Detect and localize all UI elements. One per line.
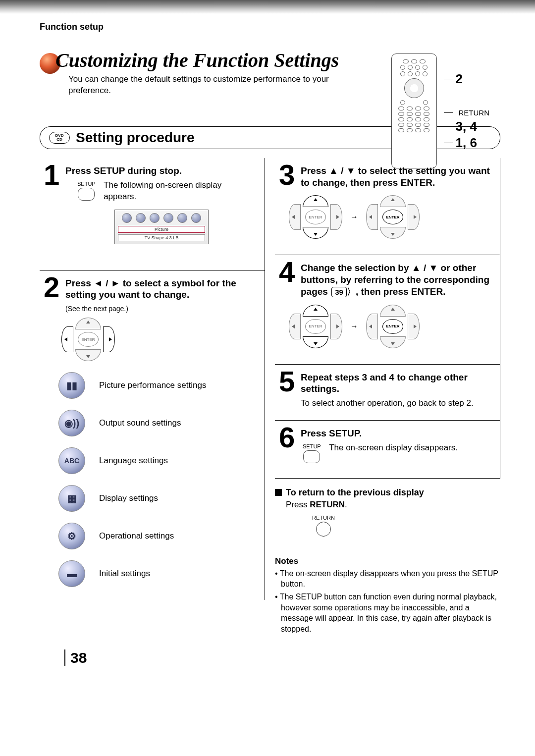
arrow-right-icon: → <box>350 322 358 331</box>
return-section: To return to the previous display Press … <box>275 487 500 537</box>
osd-icon <box>150 213 160 223</box>
callout-2: 2 <box>456 71 463 87</box>
step-3-box: 3 Press ▲ / ▼ to select the setting you … <box>275 158 500 256</box>
display-icon: ▦ <box>58 485 85 512</box>
step-2-heading: Press ◄ / ► to select a symbol for the s… <box>65 277 258 301</box>
setup-label: SETUP <box>77 181 96 187</box>
disc-badge-icon: DVD CD <box>49 132 70 144</box>
initial-icon: ▬ <box>58 560 85 587</box>
dpad-enter-label: ENTER <box>305 210 326 224</box>
step-4-box: 4 Change the selection by ▲ / ▼ or other… <box>275 255 500 364</box>
category-list: ▮▮ Picture performance settings ◉)) Outp… <box>58 372 258 587</box>
callout-34: 3, 4 <box>456 119 477 134</box>
page: Function setup Customizing the Function … <box>0 14 535 681</box>
page-ref: 39 <box>331 287 347 298</box>
step-1-box: 1 Press SETUP during stop. SETUP The fol… <box>40 158 265 270</box>
step-2-box: 2 Press ◄ / ► to select a symbol for the… <box>40 270 265 600</box>
return-body: Press RETURN. <box>286 500 500 510</box>
step-1-heading: Press SETUP during stop. <box>65 165 258 177</box>
picture-icon: ▮▮ <box>58 372 85 399</box>
category-label: Operational settings <box>99 531 174 541</box>
step-6-number: 6 <box>279 425 297 450</box>
osd-icon <box>177 213 187 223</box>
remote-diagram: 2 RETURN 3, 4 1, 6 <box>391 54 490 168</box>
category-label: Initial settings <box>99 569 150 579</box>
notes-heading: Notes <box>275 556 500 566</box>
return-title: To return to the previous display <box>286 487 424 497</box>
callout-return: RETURN <box>459 108 490 117</box>
language-icon: ABC <box>58 447 85 474</box>
category-label: Display settings <box>99 493 158 503</box>
notes-list: The on-screen display disappears when yo… <box>275 568 500 635</box>
category-label: Picture performance settings <box>99 380 206 390</box>
step-3-heading: Press ▲ / ▼ to select the setting you wa… <box>301 165 493 189</box>
badge-cd: CD <box>56 138 62 142</box>
category-item: ◉)) Output sound settings <box>58 410 258 436</box>
intro-text: You can change the default settings to c… <box>68 74 346 97</box>
step-5-box: 5 Repeat steps 3 and 4 to change other s… <box>275 365 500 421</box>
dpad-pair-icon: ENTER → ENTER <box>286 195 493 239</box>
dpad-left-right-icon: ENTER <box>58 318 118 361</box>
callout-16: 1, 6 <box>456 135 477 151</box>
step-4-number: 4 <box>279 259 297 285</box>
remote-callouts: 2 RETURN 3, 4 1, 6 <box>444 54 490 151</box>
osd-icon <box>163 213 173 223</box>
arrow-right-icon: → <box>350 213 358 221</box>
category-item: ▬ Initial settings <box>58 560 258 587</box>
category-item: ⚙ Operational settings <box>58 523 258 549</box>
sound-icon: ◉)) <box>58 410 85 436</box>
columns: 1 Press SETUP during stop. SETUP The fol… <box>40 158 500 637</box>
step-2-note: (See the next page.) <box>65 305 258 313</box>
step-1-number: 1 <box>44 162 61 188</box>
setup-button-icon: SETUP <box>77 181 96 201</box>
step-6-body: The on-screen display disappears. <box>329 442 458 454</box>
category-label: Language settings <box>99 456 168 466</box>
setup-button-icon: SETUP <box>303 443 321 463</box>
dpad-enter-label: ENTER <box>78 332 99 347</box>
osd-line2: TV Shape 4:3 LB <box>118 234 205 241</box>
note-item: The on-screen display disappears when yo… <box>275 568 500 590</box>
operational-icon: ⚙ <box>58 523 85 549</box>
right-column: 3 Press ▲ / ▼ to select the setting you … <box>275 158 500 637</box>
step-6-box: 6 Press SETUP. SETUP The on-screen displ… <box>275 421 500 479</box>
osd-mock: Picture TV Shape 4:3 LB <box>114 210 209 244</box>
return-label: RETURN <box>309 515 338 521</box>
step-5-number: 5 <box>279 369 297 394</box>
remote-outline <box>391 54 437 168</box>
step-4-heading: Change the selection by ▲ / ▼ or other b… <box>301 262 493 297</box>
dpad-pair-icon: ENTER → ENTER <box>286 305 493 348</box>
step-5-heading: Repeat steps 3 and 4 to change other set… <box>301 372 493 395</box>
osd-icon <box>136 213 146 223</box>
page-number: 38 <box>64 649 87 666</box>
section-header: Function setup <box>40 22 500 32</box>
dpad-enter-label: ENTER <box>382 319 403 334</box>
dpad-enter-label: ENTER <box>305 319 326 334</box>
osd-icon <box>122 213 132 223</box>
page-title: Customizing the Function Settings <box>55 50 346 71</box>
osd-line1: Picture <box>118 226 205 233</box>
step-3-number: 3 <box>279 162 297 188</box>
setup-label: SETUP <box>303 443 321 449</box>
osd-icon <box>191 213 201 223</box>
left-column: 1 Press SETUP during stop. SETUP The fol… <box>40 158 265 637</box>
square-bullet-icon <box>275 489 282 496</box>
step-2-number: 2 <box>44 274 61 300</box>
angle-bracket-icon: 〉 <box>347 287 356 297</box>
note-item: The SETUP button can function even durin… <box>275 592 500 634</box>
category-item: ▮▮ Picture performance settings <box>58 372 258 399</box>
step-5-body: To select another operation, go back to … <box>301 398 493 409</box>
category-label: Output sound settings <box>99 418 181 428</box>
dpad-enter-label: ENTER <box>382 210 403 224</box>
return-button-icon: RETURN <box>309 515 338 537</box>
step-6-heading: Press SETUP. <box>301 428 493 439</box>
step-1-body: The following on-screen display appears. <box>104 180 232 203</box>
category-item: ▦ Display settings <box>58 485 258 512</box>
procedure-title: Setting procedure <box>76 130 195 146</box>
top-gradient <box>0 0 535 14</box>
category-item: ABC Language settings <box>58 447 258 474</box>
